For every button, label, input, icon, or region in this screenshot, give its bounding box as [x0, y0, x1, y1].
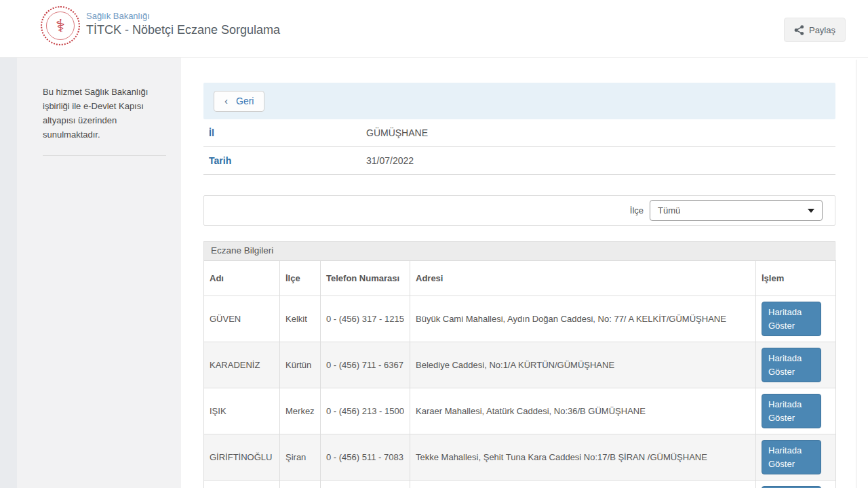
- share-icon: [794, 25, 804, 35]
- table-row: KARADENİZKürtün0 - (456) 711 - 6367Beled…: [204, 342, 836, 388]
- back-button-label: Geri: [236, 96, 254, 106]
- district-filter-bar: İlçe Tümü: [203, 195, 835, 226]
- table-row: TORULTorul_ - (456) 611 - 2222Kaledibi M…: [204, 481, 836, 488]
- back-banner: ‹ Geri: [203, 83, 835, 119]
- table-header-row: Adı İlçe Telefon Numarası Adresi İşlem: [204, 261, 836, 296]
- address-cell: Karaer Mahallesi, Atatürk Caddesi, No:36…: [410, 388, 756, 434]
- show-on-map-button[interactable]: Haritada Göster: [762, 348, 821, 382]
- district-cell: Şiran: [280, 434, 321, 481]
- show-on-map-button[interactable]: Haritada Göster: [762, 394, 821, 428]
- show-on-map-button[interactable]: Haritada Göster: [762, 440, 821, 474]
- province-row: İl GÜMÜŞHANE: [203, 119, 835, 147]
- ministry-name: Sağlık Bakanlığı: [86, 11, 280, 21]
- pharmacy-name-cell: KARADENİZ: [204, 342, 280, 388]
- province-value: GÜMÜŞHANE: [366, 127, 428, 138]
- phone-cell: 0 - (456) 711 - 6367: [321, 342, 410, 388]
- district-cell: Kürtün: [280, 342, 321, 388]
- pharmacy-table: Adı İlçe Telefon Numarası Adresi İşlem G…: [203, 260, 836, 488]
- phone-cell: 0 - (456) 317 - 1215: [321, 296, 410, 342]
- table-row: GİRİFTİNOĞLUŞiran0 - (456) 511 - 7083Tek…: [204, 434, 836, 481]
- caduceus-icon: ⚕: [46, 12, 75, 40]
- action-cell: Haritada Göster: [756, 434, 836, 481]
- edevlet-info-text: Bu hizmet Sağlık Bakanlığı işbirliği ile…: [43, 85, 166, 142]
- address-cell: Belediye Caddesi, No:1/A KÜRTÜN/GÜMÜŞHAN…: [410, 342, 756, 388]
- district-cell: Torul: [280, 481, 321, 488]
- district-filter-label: İlçe: [630, 205, 644, 216]
- district-cell: Kelkit: [280, 296, 321, 342]
- column-header-phone: Telefon Numarası: [321, 261, 410, 296]
- pharmacy-panel: Eczane Bilgileri Adı İlçe Telefon Numara…: [203, 241, 835, 488]
- column-header-district: İlçe: [280, 261, 321, 296]
- sidebar-divider: [43, 155, 166, 156]
- province-label: İl: [209, 127, 366, 138]
- share-button[interactable]: Paylaş: [784, 18, 846, 42]
- chevron-left-icon: ‹: [224, 96, 228, 106]
- district-select-value: Tümü: [658, 205, 680, 216]
- scrollbar-track[interactable]: [856, 60, 856, 488]
- page-title: TİTCK - Nöbetçi Eczane Sorgulama: [86, 23, 280, 37]
- brand-block: Sağlık Bakanlığı TİTCK - Nöbetçi Eczane …: [86, 11, 280, 37]
- date-row: Tarih 31/07/2022: [203, 147, 835, 175]
- address-cell: Kaledibi Mahallesi, Atatürk Caddesi, No:…: [410, 481, 756, 488]
- caret-down-icon: [808, 209, 814, 213]
- date-label: Tarih: [209, 155, 366, 166]
- action-cell: Haritada Göster: [756, 342, 836, 388]
- date-value: 31/07/2022: [366, 155, 414, 166]
- address-cell: Büyük Cami Mahallesi, Aydın Doğan Caddes…: [410, 296, 756, 342]
- district-cell: Merkez: [280, 388, 321, 434]
- address-cell: Tekke Mahallesi, Şehit Tuna Kara Caddesi…: [410, 434, 756, 481]
- panel-title: Eczane Bilgileri: [203, 241, 835, 260]
- action-cell: Haritada Göster: [756, 481, 836, 488]
- district-select[interactable]: Tümü: [650, 200, 823, 221]
- phone-cell: _ - (456) 611 - 2222: [321, 481, 410, 488]
- share-button-label: Paylaş: [809, 25, 835, 35]
- ministry-of-health-logo: ⚕: [41, 6, 80, 45]
- action-cell: Haritada Göster: [756, 296, 836, 342]
- action-cell: Haritada Göster: [756, 388, 836, 434]
- page-left-rail: [0, 58, 17, 488]
- column-header-name: Adı: [204, 261, 280, 296]
- sidebar: Bu hizmet Sağlık Bakanlığı işbirliği ile…: [17, 58, 181, 488]
- pharmacy-name-cell: TORUL: [204, 481, 280, 488]
- column-header-address: Adresi: [410, 261, 756, 296]
- column-header-action: İşlem: [756, 261, 836, 296]
- main-content: ‹ Geri İl GÜMÜŞHANE Tarih 31/07/2022 İlç…: [181, 58, 868, 488]
- table-row: IŞIKMerkez0 - (456) 213 - 1500Karaer Mah…: [204, 388, 836, 434]
- table-row: GÜVENKelkit0 - (456) 317 - 1215Büyük Cam…: [204, 296, 836, 342]
- phone-cell: 0 - (456) 213 - 1500: [321, 388, 410, 434]
- pharmacy-name-cell: GİRİFTİNOĞLU: [204, 434, 280, 481]
- pharmacy-name-cell: IŞIK: [204, 388, 280, 434]
- app-header: ⚕ Sağlık Bakanlığı TİTCK - Nöbetçi Eczan…: [0, 0, 868, 58]
- back-button[interactable]: ‹ Geri: [214, 91, 264, 112]
- show-on-map-button[interactable]: Haritada Göster: [762, 302, 821, 336]
- phone-cell: 0 - (456) 511 - 7083: [321, 434, 410, 481]
- pharmacy-name-cell: GÜVEN: [204, 296, 280, 342]
